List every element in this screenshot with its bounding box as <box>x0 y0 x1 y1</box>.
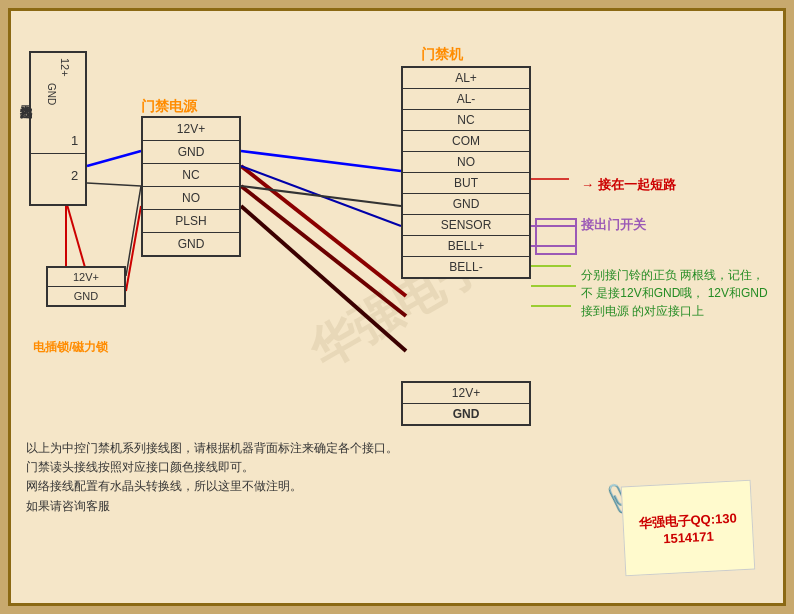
ctrl-row-com: COM <box>403 131 529 152</box>
ctrl-bottom-12vplus: 12V+ <box>403 383 529 404</box>
annotation-exit: 接出门开关 <box>581 216 646 234</box>
ctrl-row-but: BUT <box>403 173 529 194</box>
stamp-note: 华强电子QQ:130 1514171 <box>621 480 756 577</box>
stamp-line2: 1514171 <box>663 528 714 546</box>
svg-line-1 <box>241 166 406 296</box>
ctrl-row-al-minus: AL- <box>403 89 529 110</box>
svg-line-17 <box>241 186 401 206</box>
bottom-line2: 门禁读头接线按照对应接口颜色接线即可。 <box>26 458 398 477</box>
remote-pin2: 2 <box>71 168 78 183</box>
lock-label: 电插锁/磁力锁 <box>33 339 108 356</box>
bottom-description: 以上为中控门禁机系列接线图，请根据机器背面标注来确定各个接口。 门禁读头接线按照… <box>26 439 398 516</box>
bottom-line3: 网络接线配置有水晶头转换线，所以这里不做注明。 <box>26 477 398 496</box>
remote-control-box: 12+ GND 1 2 <box>29 51 87 206</box>
ctrl-row-bell-plus: BELL+ <box>403 236 529 257</box>
svg-line-2 <box>241 186 406 316</box>
svg-line-16 <box>241 166 401 226</box>
annotation-short: → 接在一起短路 <box>581 176 676 194</box>
power-row-no: NO <box>143 187 239 210</box>
power-row-gnd2: GND <box>143 233 239 255</box>
svg-line-15 <box>126 206 141 291</box>
remote-12v-label: 12+ <box>59 58 71 77</box>
ctrl-row-sensor: SENSOR <box>403 215 529 236</box>
svg-line-11 <box>66 201 86 271</box>
svg-line-14 <box>126 186 141 276</box>
lock-12vplus: 12V+ <box>48 268 124 287</box>
lock-box: 12V+ GND <box>46 266 126 307</box>
controller-bottom-box: 12V+ GND <box>401 381 531 426</box>
power-row-12vplus: 12V+ <box>143 118 239 141</box>
power-row-plsh: PLSH <box>143 210 239 233</box>
controller-box: AL+ AL- NC COM NO BUT GND SENSOR BELL+ B… <box>401 66 531 279</box>
bottom-line1: 以上为中控门禁机系列接线图，请根据机器背面标注来确定各个接口。 <box>26 439 398 458</box>
bottom-line4: 如果请咨询客服 <box>26 497 398 516</box>
power-row-nc: NC <box>143 164 239 187</box>
ctrl-row-bell-minus: BELL- <box>403 257 529 277</box>
remote-gnd-label: GND <box>46 83 57 105</box>
content-area: 12+ GND 1 2 无线遥控 门禁电源 12V+ GND NC NO PLS… <box>11 11 783 603</box>
power-box: 12V+ GND NC NO PLSH GND <box>141 116 241 257</box>
ctrl-row-gnd: GND <box>403 194 529 215</box>
ctrl-row-no: NO <box>403 152 529 173</box>
svg-rect-9 <box>536 219 576 254</box>
svg-line-13 <box>87 183 141 186</box>
ctrl-row-al-plus: AL+ <box>403 68 529 89</box>
remote-pin1: 1 <box>71 133 78 148</box>
svg-line-3 <box>241 206 406 351</box>
power-title: 门禁电源 <box>141 98 197 116</box>
controller-title: 门禁机 <box>421 46 463 64</box>
power-row-gnd: GND <box>143 141 239 164</box>
ctrl-row-nc: NC <box>403 110 529 131</box>
annotation-bell: 分别接门铃的正负 两根线，记住，不 是接12V和GND哦， 12V和GND接到电… <box>581 266 771 320</box>
main-container: 华强电子 <box>8 8 786 606</box>
ctrl-bottom-gnd: GND <box>403 404 529 424</box>
lock-gnd: GND <box>48 287 124 305</box>
svg-line-0 <box>87 151 141 166</box>
